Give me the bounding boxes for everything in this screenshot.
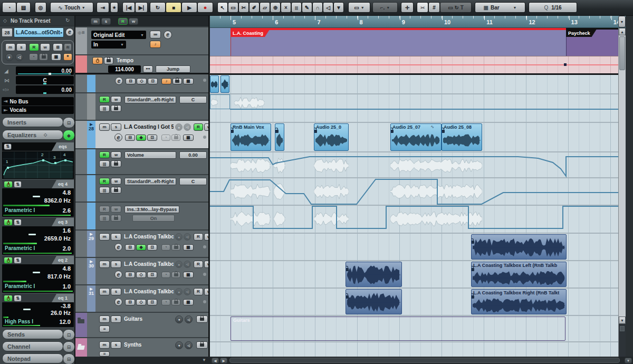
eq2-freq-slider[interactable] <box>3 281 26 282</box>
equalizers-section-bar[interactable]: Equalizers ◇ <box>2 130 63 140</box>
lane-value-field[interactable]: C <box>179 178 207 185</box>
reload-icon[interactable]: ↻ <box>65 17 70 23</box>
eq1-panel[interactable]: -3.8 26.0 Hz High Pass I 12.0 <box>2 302 74 327</box>
delay-readout[interactable]: 0.00 <box>16 85 74 94</box>
group-edit-button[interactable]: = <box>99 351 110 357</box>
lane-value-field[interactable]: C <box>179 96 207 103</box>
eq-state-button[interactable]: ◆ <box>136 244 146 251</box>
lane-display-button[interactable]: ⊞ <box>53 43 63 51</box>
write-button[interactable]: w <box>204 288 209 295</box>
warp-button[interactable]: ✛ <box>401 2 414 13</box>
read-button[interactable]: R <box>194 233 203 241</box>
freeze-button[interactable]: * <box>63 53 72 61</box>
audio-clip-audio25-08[interactable]: Audio 25_08 <box>442 123 482 151</box>
device-panel-button[interactable]: ▦ <box>183 244 194 251</box>
solo-button[interactable]: s <box>111 233 121 241</box>
global-solo-button[interactable]: s <box>101 18 111 25</box>
eq-curve-display[interactable]: 1 2 3 4 <box>2 151 74 179</box>
eq1-type-label[interactable]: High Pass I <box>5 319 33 324</box>
erase-tool[interactable]: ▱ <box>260 2 270 13</box>
eq1-gain-slider[interactable] <box>23 309 31 310</box>
lane-comp-button[interactable]: ||| <box>99 187 110 194</box>
eq3-panel[interactable]: 1.6 2659.0 Hz Parametric I 2.0 <box>2 226 74 255</box>
ruler-options-button[interactable]: ▼ <box>618 16 626 27</box>
inserts-state-button[interactable]: ⊟ <box>125 272 135 278</box>
constrain-delay-button[interactable]: ◎ <box>35 2 46 13</box>
eq2-type-label[interactable]: Parametric I <box>5 283 35 289</box>
glue-tool[interactable]: ✐ <box>249 2 260 13</box>
eq2-power-button[interactable] <box>4 257 13 264</box>
in-dropdown[interactable]: In ▼ <box>91 41 126 49</box>
comp-tool[interactable]: ||| <box>291 2 302 13</box>
goto-previous-marker-button[interactable]: |◀ <box>122 2 135 13</box>
lane-write-button[interactable]: w <box>111 206 121 213</box>
quantize-dropdown[interactable]: Q 1/16 <box>529 2 577 13</box>
track-number-tab[interactable]: ▶ 31 <box>87 285 95 312</box>
activate-project-button[interactable]: ◔ <box>2 2 16 13</box>
eq2-tab[interactable]: eq 2 <box>52 256 74 264</box>
eq4-freq-slider[interactable] <box>3 205 50 206</box>
lane-lock-button[interactable] <box>111 160 121 167</box>
equalizers-active-button[interactable]: ◆ <box>63 130 75 141</box>
draw-tool[interactable]: ✎ <box>302 2 312 13</box>
timebase-button[interactable]: ◔ <box>29 53 38 61</box>
group-edit-button[interactable]: = <box>99 325 110 332</box>
lock-button[interactable] <box>171 299 180 305</box>
eq4-tab[interactable]: eq 4 <box>52 180 74 188</box>
eq1-tab[interactable]: eq 1 <box>52 294 74 302</box>
input-routing[interactable]: ⇥ No Bus <box>2 97 74 106</box>
eq1-q-slider[interactable] <box>3 325 40 326</box>
eq-state-button[interactable]: ◆ <box>136 135 146 141</box>
mute-tool[interactable]: × <box>281 2 291 13</box>
lane-comp-button[interactable]: ||| <box>99 160 110 167</box>
lane-write-button[interactable]: w <box>111 151 121 158</box>
musical-mode-button[interactable]: ♪ <box>150 41 161 48</box>
musical-mode-button[interactable]: ♪ <box>161 78 171 84</box>
device-panel-button[interactable]: ▦ <box>51 53 61 61</box>
sends-section-bar[interactable]: Sends <box>2 329 63 339</box>
group-lock-button[interactable] <box>196 315 208 323</box>
timebase-button[interactable]: ◔ <box>161 135 170 141</box>
track-number-tab[interactable]: ▶ 30 <box>87 258 95 284</box>
write-automation-button[interactable]: w <box>40 43 50 51</box>
eq3-q-slider[interactable] <box>3 253 72 254</box>
automation-mode-dropdown[interactable]: ∿ Touch ▼ <box>50 2 93 13</box>
tempo-point[interactable] <box>564 63 567 66</box>
eq4-panel[interactable]: 4.8 8362.0 Hz Parametric I 2.6 <box>2 188 74 217</box>
partial-track-row[interactable]: e ⊟ ◇ ⊡ ♪ ▦ <box>75 75 209 93</box>
star-button[interactable]: ★ <box>110 2 118 13</box>
tempo-track-lane[interactable] <box>210 56 626 75</box>
part-marker-flag[interactable]: Paycheck <box>566 30 597 37</box>
tempo-track-row[interactable]: Tempo 114.000 ⊷ Jump <box>75 55 209 74</box>
device-panel-button[interactable]: ▦ <box>183 78 194 84</box>
zoom-tool[interactable]: ⊕ <box>270 2 281 13</box>
scroll-up-button[interactable]: ▲ <box>619 28 626 35</box>
eqs-tab[interactable]: eqs <box>52 142 74 151</box>
audio-clip-rnb-main-vox[interactable]: RnB Main Vox <box>231 123 271 151</box>
inserts-section-bar[interactable]: Inserts <box>2 117 63 127</box>
track-preset-row[interactable]: ◇ No Track Preset ↻ <box>0 16 74 26</box>
solo-button[interactable]: s <box>111 288 121 295</box>
tempo-activate-button[interactable] <box>92 57 103 64</box>
mute-button[interactable]: m <box>99 233 110 241</box>
lock-button[interactable] <box>171 135 180 141</box>
eq3-gain-slider[interactable] <box>28 234 36 235</box>
edit-button[interactable]: e <box>114 298 122 306</box>
tempo-range-button[interactable]: ⊷ <box>143 65 153 73</box>
event-lanes[interactable]: RnB Main Vox Audio 25_0 Audio 25_07 ∿ Au <box>210 75 626 357</box>
monitor-button[interactable]: ◁ <box>184 288 191 295</box>
lane-on-field[interactable]: On <box>132 215 175 222</box>
read-button[interactable]: R <box>194 261 203 268</box>
inserts-state-button[interactable]: ⊟ <box>125 244 135 251</box>
lane-read-button[interactable]: R <box>99 96 110 103</box>
sends-state-button[interactable]: ⊡ <box>148 78 158 84</box>
lane-write-button[interactable]: w <box>111 178 121 185</box>
edit-dropdown[interactable]: Original Edit ▼ <box>91 31 146 39</box>
channel-section-bar[interactable]: Channel <box>2 341 63 351</box>
color-tool[interactable]: ▼ <box>333 2 344 13</box>
grid-button[interactable]: # <box>428 2 440 13</box>
eq2-invert-button[interactable]: ⇅ <box>14 257 22 264</box>
volume-fader-handle[interactable] <box>49 73 51 75</box>
mute-button[interactable]: m <box>99 261 110 268</box>
solo-button[interactable]: s <box>111 123 121 131</box>
